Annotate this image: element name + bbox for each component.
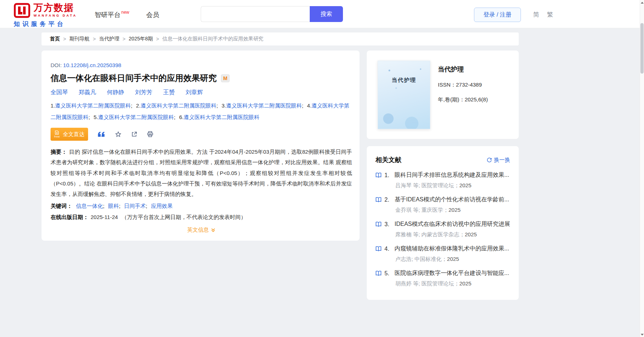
breadcrumb-separator: > xyxy=(156,36,159,42)
search-input[interactable] xyxy=(201,6,310,22)
english-info-toggle[interactable]: 英文信息 xyxy=(51,227,352,233)
author-link[interactable]: 王赟 xyxy=(163,89,175,96)
author-link[interactable]: 刘章辉 xyxy=(186,89,203,96)
doi-link[interactable]: 10.12208/j.cn.20250398 xyxy=(63,62,121,68)
search-button[interactable]: 搜索 xyxy=(310,6,343,22)
journal-cover-title: 当代护理 xyxy=(378,77,430,84)
related-item-year: 2025 xyxy=(460,182,471,188)
doi-row: DOI:10.12208/j.cn.20250398 xyxy=(51,62,352,68)
affiliation-link[interactable]: 遵义医科大学第二附属医院眼科 xyxy=(98,114,174,120)
author-link[interactable]: 刘芳芳 xyxy=(135,89,152,96)
affiliation-number: 3. xyxy=(222,102,226,109)
affiliation-separator: ; xyxy=(131,102,132,109)
wanfang-logo-icon xyxy=(14,3,30,18)
related-article-item: 2. 基于IDEAS模式的个性化术前访视在学龄前... 金乔琪 等; 重庆医学；… xyxy=(375,196,510,214)
affiliation-separator: ; xyxy=(174,114,175,120)
affiliation-item: 6.遵义医科大学第二附属医院眼科; xyxy=(179,114,260,120)
scrollbar-thumb[interactable] xyxy=(640,23,644,74)
related-article-link[interactable]: 内窥镜辅助在标准假体隆乳术中的应用效果... xyxy=(395,245,510,253)
refresh-icon xyxy=(487,157,492,163)
volume-value: 2025,6(8) xyxy=(465,96,488,102)
abstract: 摘要：目的 探讨信息一体化在眼科日间手术中的应用效果。方法 于2024年04月-… xyxy=(51,146,352,199)
affiliation-item: 5.遵义医科大学第二附属医院眼科; xyxy=(93,114,175,120)
search-bar: 搜索 xyxy=(201,6,343,22)
related-article-link[interactable]: 眼科日间手术排班信息系统构建及应用效果... xyxy=(395,171,510,179)
keyword-link[interactable]: 眼科 xyxy=(108,203,119,209)
issn-label: ISSN： xyxy=(438,82,456,88)
scrollbar-up-arrow[interactable] xyxy=(640,0,644,5)
book-icon xyxy=(375,271,382,276)
affiliation-number: 1. xyxy=(51,102,55,109)
keyword-link[interactable]: 信息一体化 xyxy=(76,203,103,209)
breadcrumb-item[interactable]: 首页 xyxy=(50,36,60,42)
nav-item-member[interactable]: 会员 xyxy=(146,10,159,19)
free-tag: free xyxy=(54,135,60,138)
related-article-link[interactable]: IDEAS模式在临床术前访视中的应用研究进展 xyxy=(395,220,510,228)
related-article-link[interactable]: 医院临床病理数字一体化平台建设与智能应... xyxy=(395,270,510,277)
related-article-item: 4. 内窥镜辅助在标准假体隆乳术中的应用效果... 卢志浩; 中国标准化；202… xyxy=(375,245,510,263)
doi-label: DOI: xyxy=(51,62,62,68)
affiliation-link[interactable]: 遵义医科大学第二附属医院眼科 xyxy=(140,102,216,109)
new-badge: new xyxy=(121,10,129,15)
affiliation-separator: ; xyxy=(216,102,218,109)
affiliation-item: 1.遵义医科大学第二附属医院眼科; xyxy=(51,102,132,109)
fulltext-access-button[interactable]: free 全文直达 xyxy=(51,128,88,141)
related-article-item: 1. 眼科日间手术排班信息系统构建及应用效果... 吕海琴 等; 医院管理论坛；… xyxy=(375,171,510,189)
cite-button[interactable] xyxy=(97,131,105,137)
related-literature-card: 相关文献 换一换 1. 眼科日间手术排班信息系统构建及应用效果... 吕海琴 等… xyxy=(367,146,519,300)
book-icon xyxy=(375,222,382,227)
affiliation-number: 4. xyxy=(307,102,312,109)
pubdate-label: 在线出版日期： xyxy=(51,214,88,220)
related-item-index: 2. xyxy=(384,197,392,203)
login-register-button[interactable]: 登录 / 注册 xyxy=(474,8,521,22)
journal-card: 当代护理 当代护理 ISSN：2732-4389 年,卷(期)：2025,6(8… xyxy=(367,51,519,139)
nav-item-zhiyan-platform[interactable]: 智研平台new xyxy=(95,10,129,19)
journal-info: 当代护理 ISSN：2732-4389 年,卷(期)：2025,6(8) xyxy=(438,61,488,129)
affiliation-number: 5. xyxy=(93,114,98,120)
keyword-link[interactable]: 日间手术 xyxy=(124,203,146,209)
breadcrumb-separator: > xyxy=(122,36,125,42)
wanfang-logo[interactable]: 万方数据 WANFANG DATA 知识服务平台 xyxy=(14,3,77,28)
keyword-list: 关键词： 信息一体化; 眼科; 日间手术; 应用效果; xyxy=(51,203,352,210)
printer-icon xyxy=(147,131,153,137)
affiliation-link[interactable]: 遵义医科大学第二附属医院眼科 xyxy=(184,114,260,120)
affiliation-list: 1.遵义医科大学第二附属医院眼科; 2.遵义医科大学第二附属医院眼科; 3.遵义… xyxy=(51,100,352,123)
print-button[interactable] xyxy=(147,131,153,137)
breadcrumb-item[interactable]: 期刊导航 xyxy=(69,36,90,42)
author-link[interactable]: 何静静 xyxy=(107,89,124,96)
favorite-button[interactable] xyxy=(115,131,122,138)
affiliation-separator: ; xyxy=(302,102,303,109)
journal-cover[interactable]: 当代护理 xyxy=(378,61,430,129)
export-button[interactable] xyxy=(131,131,138,137)
affiliation-link[interactable]: 遵义医科大学第二附属医院眼科 xyxy=(226,102,302,109)
related-item-meta: 吕海琴 等; 医院管理论坛；2025 xyxy=(375,182,510,189)
breadcrumb-item[interactable]: 信息一体化在眼科日间手术中的应用效果研究 xyxy=(162,36,264,42)
affiliation-link[interactable]: 遵义医科大学第二附属医院眼科 xyxy=(55,102,131,109)
lang-traditional-toggle[interactable]: 繁 xyxy=(547,10,553,19)
issn-value: 2732-4389 xyxy=(456,82,482,88)
affiliation-separator: ; xyxy=(88,114,90,120)
keyword-link[interactable]: 应用效果 xyxy=(151,203,173,209)
related-article-item: 5. 医院临床病理数字一体化平台建设与智能应... 胡燕婷 等; 医院管理论坛；… xyxy=(375,270,510,287)
article-title: 信息一体化在眼科日间手术中的应用效果研究 M xyxy=(51,73,352,84)
related-item-meta: 席雅楠 等; 内蒙古医学杂志；2025 xyxy=(375,231,510,238)
medline-badge: M xyxy=(221,74,230,82)
affiliation-item: 3.遵义医科大学第二附属医院眼科; xyxy=(222,102,304,109)
refresh-related-button[interactable]: 换一换 xyxy=(487,157,510,163)
breadcrumb-item[interactable]: 2025年8期 xyxy=(129,36,153,42)
author-link[interactable]: 郑義凡 xyxy=(79,89,96,96)
brand-tagline: 知识服务平台 xyxy=(14,20,77,28)
related-item-authors-source: 席雅楠 等; 内蒙古医学杂志； xyxy=(395,231,465,237)
scrollbar-down-arrow[interactable] xyxy=(640,332,644,337)
article-card: DOI:10.12208/j.cn.20250398 信息一体化在眼科日间手术中… xyxy=(42,51,360,241)
lang-simplified-toggle[interactable]: 简 xyxy=(533,10,539,19)
related-title: 相关文献 xyxy=(375,156,401,164)
breadcrumb-item[interactable]: 当代护理 xyxy=(99,36,119,42)
fulltext-doc-icon: free xyxy=(54,130,60,138)
related-item-year: 2025 xyxy=(447,256,459,262)
related-article-link[interactable]: 基于IDEAS模式的个性化术前访视在学龄前... xyxy=(395,196,510,203)
vertical-scrollbar[interactable] xyxy=(640,0,644,337)
author-link[interactable]: 全国琴 xyxy=(51,89,68,96)
article-actions: free 全文直达 xyxy=(51,128,352,141)
brand-name: 万方数据 xyxy=(34,3,77,13)
